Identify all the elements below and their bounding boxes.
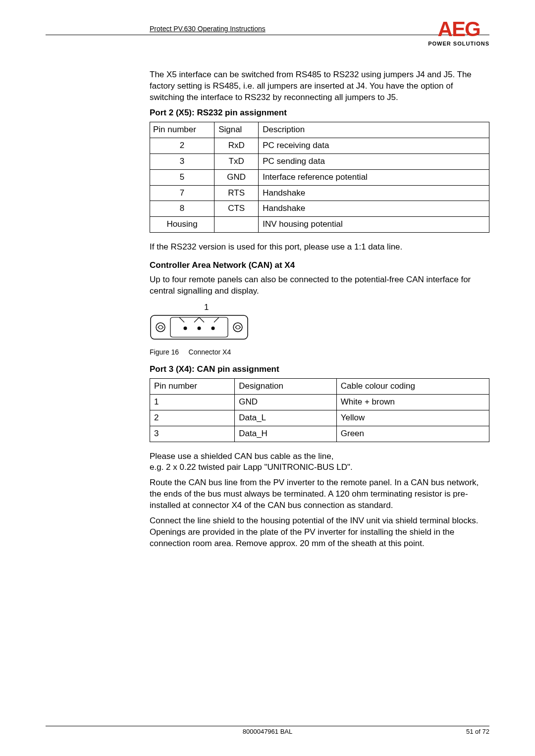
table-row: 5 GND Interface reference potential (150, 169, 489, 185)
table-row: Housing INV housing potential (150, 217, 489, 233)
table-header: Description (259, 122, 489, 138)
cell: 7 (150, 185, 214, 201)
table-row: 3 TxD PC sending data (150, 153, 489, 169)
cell: Data_L (235, 410, 337, 426)
table-header: Pin number (150, 378, 235, 394)
cell: Handshake (259, 185, 489, 201)
brand-logo: AEG POWER SOLUTIONS (428, 19, 489, 47)
cell: Yellow (336, 410, 489, 426)
cell: Housing (150, 217, 214, 233)
cell: 8 (150, 201, 214, 217)
cell: GND (214, 169, 259, 185)
connect-paragraph: Connect the line shield to the housing p… (150, 515, 489, 550)
cell: White + brown (336, 394, 489, 410)
shield-para-line2: e.g. 2 x 0.22 twisted pair Lapp "UNITRON… (150, 462, 489, 473)
route-paragraph: Route the CAN bus line from the PV inver… (150, 477, 489, 511)
connector-pin1-label: 1 (204, 302, 489, 313)
intro-paragraph: The X5 interface can be switched from RS… (150, 69, 489, 103)
cell: TxD (214, 153, 259, 169)
cell: CTS (214, 201, 259, 217)
table-row: 2 Data_L Yellow (150, 410, 489, 426)
cell: INV housing potential (259, 217, 489, 233)
logo-text: AEG (428, 19, 489, 40)
can-paragraph: Up to four remote panels can also be con… (150, 274, 489, 297)
port3-heading: Port 3 (X4): CAN pin assignment (150, 364, 489, 375)
cell: RxD (214, 138, 259, 153)
footer-rule (46, 726, 489, 726)
rs232-note: If the RS232 version is used for this po… (150, 242, 489, 253)
shield-para-line1: Please use a shielded CAN bus cable as t… (150, 451, 489, 462)
cell: 3 (150, 153, 214, 169)
footer-page-number: 51 of 72 (466, 728, 489, 735)
cell: 5 (150, 169, 214, 185)
table-row: 3 Data_H Green (150, 426, 489, 442)
cell: PC sending data (259, 153, 489, 169)
svg-point-5 (212, 327, 215, 330)
cell: 2 (150, 138, 214, 153)
cell: PC receiving data (259, 138, 489, 153)
port2-heading: Port 2 (X5): RS232 pin assignment (150, 107, 489, 119)
table-header: Designation (235, 378, 337, 394)
cell: Green (336, 426, 489, 442)
cell (214, 217, 259, 233)
figure-caption: Figure 16 Connector X4 (150, 348, 489, 357)
can-heading: Controller Area Network (CAN) at X4 (150, 260, 489, 271)
svg-point-4 (198, 327, 201, 330)
footer-doc-id: 8000047961 BAL (243, 728, 292, 735)
table-row: 1 GND White + brown (150, 394, 489, 410)
logo-subtext: POWER SOLUTIONS (428, 41, 489, 47)
table-row: 8 CTS Handshake (150, 201, 489, 217)
table-row: Pin number Signal Description (150, 122, 489, 138)
table-row: 2 RxD PC receiving data (150, 138, 489, 153)
svg-point-3 (184, 327, 187, 330)
cell: Data_H (235, 426, 337, 442)
cell: Interface reference potential (259, 169, 489, 185)
table-row: 7 RTS Handshake (150, 185, 489, 201)
figure-title: Connector X4 (189, 348, 231, 356)
cell: 3 (150, 426, 235, 442)
page-footer: 8000047961 BAL 51 of 72 (46, 726, 489, 735)
connector-x4-icon (150, 314, 249, 344)
table-header: Cable colour coding (336, 378, 489, 394)
cell: Handshake (259, 201, 489, 217)
cell: 2 (150, 410, 235, 426)
rs232-pin-table: Pin number Signal Description 2 RxD PC r… (150, 122, 489, 233)
can-pin-table: Pin number Designation Cable colour codi… (150, 378, 489, 442)
page-header-title: Protect PV.630 Operating Instructions (150, 25, 266, 33)
cell: RTS (214, 185, 259, 201)
table-row: Pin number Designation Cable colour codi… (150, 378, 489, 394)
cell: GND (235, 394, 337, 410)
figure-number: Figure 16 (150, 348, 179, 356)
table-header: Signal (214, 122, 259, 138)
table-header: Pin number (150, 122, 214, 138)
cell: 1 (150, 394, 235, 410)
header-rule: Protect PV.630 Operating Instructions (46, 25, 489, 35)
